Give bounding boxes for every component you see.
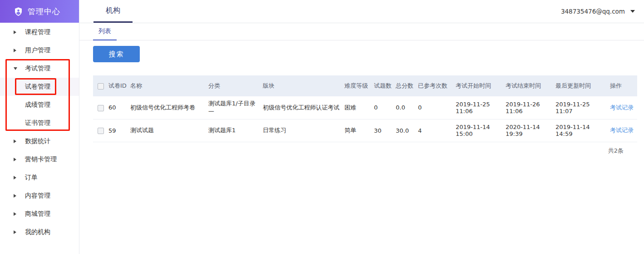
sidebar-item-orders[interactable]: 订单 xyxy=(0,169,79,187)
cell-name: 测试试题 xyxy=(128,119,206,142)
topbar: 机构 348735476@qq.com xyxy=(79,0,644,23)
sidebar: 管理中心 课程管理 用户管理 考试管理 试卷管理 成绩管理 证书管理 xyxy=(0,0,79,254)
cell-start-time: 2019-11-14 15:00 xyxy=(454,119,504,142)
table-row: 60 初级信号优化工程师考卷 测试题库1/子目录一 初级信号优化工程师认证考试 … xyxy=(93,96,637,119)
col-header-name: 名称 xyxy=(128,75,206,96)
sidebar-item-label: 营销卡管理 xyxy=(25,155,57,164)
cell-start-time: 2019-11-25 11:06 xyxy=(454,96,504,119)
select-all-checkbox[interactable] xyxy=(98,83,104,90)
admin-shield-icon xyxy=(14,7,23,16)
cell-category: 测试题库1/子目录一 xyxy=(206,96,261,119)
cell-question-count: 0 xyxy=(372,96,394,119)
cell-name: 初级信号优化工程师考卷 xyxy=(128,96,206,119)
cell-difficulty: 困难 xyxy=(343,96,372,119)
cell-section: 日常练习 xyxy=(261,119,343,142)
exam-paper-table: 试卷ID 名称 分类 版块 难度等级 试题数 总分数 已参考次数 考试开始时间 … xyxy=(93,75,637,155)
cell-attempts: 0 xyxy=(416,96,454,119)
chevron-right-icon xyxy=(14,176,21,179)
col-header-start-time: 考试开始时间 xyxy=(454,75,504,96)
chevron-down-icon xyxy=(14,67,21,70)
chevron-right-icon xyxy=(14,49,21,52)
col-header-total-score: 总分数 xyxy=(394,75,416,96)
row-checkbox[interactable] xyxy=(98,105,104,111)
sidebar-subitem-label: 证书管理 xyxy=(25,119,50,127)
sidebar-item-label: 课程管理 xyxy=(25,28,50,36)
account-email: 348735476@qq.com xyxy=(561,8,625,15)
table-row: 59 测试试题 测试题库1 日常练习 简单 30 30.0 4 2019-11-… xyxy=(93,119,637,142)
cell-difficulty: 简单 xyxy=(343,119,372,142)
cell-updated: 2019-11-14 14:59 xyxy=(554,119,608,142)
cell-attempts: 4 xyxy=(416,119,454,142)
sidebar-item-label: 数据统计 xyxy=(25,137,50,145)
total-count: 共2条 xyxy=(93,142,630,155)
sidebar-subitem-label: 成绩管理 xyxy=(25,101,50,109)
exam-records-link[interactable]: 考试记录 xyxy=(610,127,634,134)
cell-paper-id: 60 xyxy=(107,96,128,119)
col-header-question-count: 试题数 xyxy=(372,75,394,96)
exam-records-link[interactable]: 考试记录 xyxy=(610,104,634,111)
col-header-section: 版块 xyxy=(261,75,343,96)
col-header-attempts: 已参考次数 xyxy=(416,75,454,96)
sidebar-header: 管理中心 xyxy=(0,0,79,23)
chevron-right-icon xyxy=(14,139,21,143)
cell-total-score: 0.0 xyxy=(394,96,416,119)
chevron-right-icon xyxy=(14,212,21,216)
col-header-category: 分类 xyxy=(206,75,261,96)
row-checkbox[interactable] xyxy=(98,128,104,134)
sidebar-item-label: 商城管理 xyxy=(25,210,50,218)
tab-list[interactable]: 列表 xyxy=(93,23,117,40)
col-header-actions: 操作 xyxy=(608,75,637,96)
search-button[interactable]: 搜索 xyxy=(93,46,140,62)
toolbar: 搜索 xyxy=(79,40,644,62)
col-header-paper-id: 试卷ID xyxy=(107,75,128,96)
sidebar-item-label: 用户管理 xyxy=(25,46,50,55)
tab-organization-label: 机构 xyxy=(106,6,120,15)
col-header-end-time: 考试结束时间 xyxy=(504,75,554,96)
tab-organization[interactable]: 机构 xyxy=(93,0,133,23)
cell-updated: 2019-11-25 11:07 xyxy=(554,96,608,119)
sidebar-item-my-org[interactable]: 我的机构 xyxy=(0,223,79,241)
chevron-right-icon xyxy=(14,158,21,161)
cell-total-score: 30.0 xyxy=(394,119,416,142)
sidebar-subitem-paper-mgmt[interactable]: 试卷管理 xyxy=(0,78,79,96)
sidebar-item-content-mgmt[interactable]: 内容管理 xyxy=(0,187,79,205)
sidebar-item-label: 内容管理 xyxy=(25,192,50,200)
col-header-difficulty: 难度等级 xyxy=(343,75,372,96)
chevron-down-icon xyxy=(630,10,635,13)
chevron-right-icon xyxy=(14,230,21,234)
sidebar-menu: 课程管理 用户管理 考试管理 试卷管理 成绩管理 证书管理 数据统计 xyxy=(0,23,79,241)
table-header-row: 试卷ID 名称 分类 版块 难度等级 试题数 总分数 已参考次数 考试开始时间 … xyxy=(93,75,637,96)
sidebar-subitem-cert-mgmt[interactable]: 证书管理 xyxy=(0,114,79,132)
account-menu[interactable]: 348735476@qq.com xyxy=(561,0,644,23)
cell-question-count: 30 xyxy=(372,119,394,142)
sidebar-item-label: 考试管理 xyxy=(25,65,50,73)
sidebar-subitem-label: 试卷管理 xyxy=(25,83,50,91)
app-root: 管理中心 课程管理 用户管理 考试管理 试卷管理 成绩管理 证书管理 xyxy=(0,0,644,254)
app-title: 管理中心 xyxy=(28,6,60,17)
sidebar-item-user-mgmt[interactable]: 用户管理 xyxy=(0,41,79,60)
cell-end-time: 2020-11-14 19:39 xyxy=(504,119,554,142)
cell-category: 测试题库1 xyxy=(206,119,261,142)
cell-paper-id: 59 xyxy=(107,119,128,142)
sidebar-item-label: 订单 xyxy=(25,174,38,182)
chevron-right-icon xyxy=(14,194,21,198)
sidebar-item-data-stats[interactable]: 数据统计 xyxy=(0,132,79,150)
chevron-right-icon xyxy=(14,30,21,34)
sidebar-item-exam-mgmt[interactable]: 考试管理 xyxy=(0,60,79,78)
sidebar-subitem-score-mgmt[interactable]: 成绩管理 xyxy=(0,96,79,114)
sidebar-item-course-mgmt[interactable]: 课程管理 xyxy=(0,23,79,41)
sidebar-item-marketing-card[interactable]: 营销卡管理 xyxy=(0,150,79,169)
main-content: 机构 348735476@qq.com 列表 搜索 xyxy=(79,0,644,254)
sidebar-item-mall-mgmt[interactable]: 商城管理 xyxy=(0,205,79,223)
sidebar-item-label: 我的机构 xyxy=(25,228,50,236)
cell-section: 初级信号优化工程师认证考试 xyxy=(261,96,343,119)
subtabs: 列表 xyxy=(79,23,644,40)
col-header-updated: 最后更新时间 xyxy=(554,75,608,96)
cell-end-time: 2019-11-26 11:06 xyxy=(504,96,554,119)
